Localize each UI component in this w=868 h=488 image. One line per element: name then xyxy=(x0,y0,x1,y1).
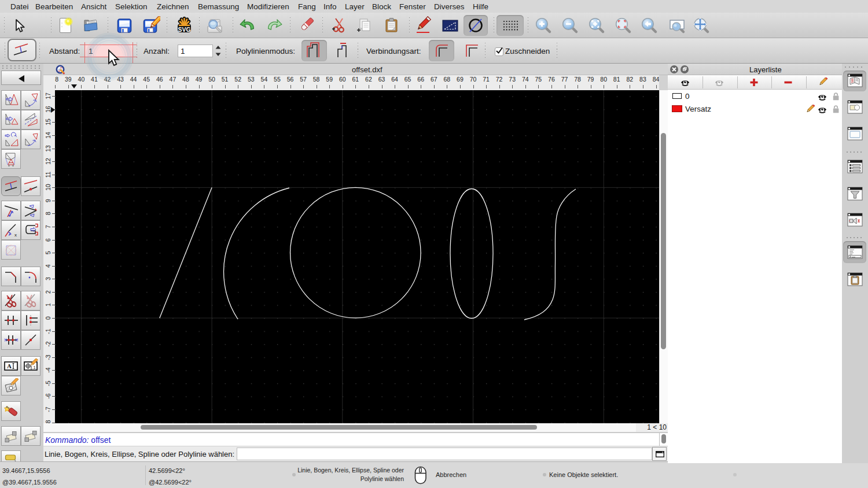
svg-text:x: x xyxy=(14,232,17,238)
svg-text:.1: .1 xyxy=(32,365,36,370)
svg-text:SVG: SVG xyxy=(178,26,190,33)
svg-text:A: A xyxy=(7,363,12,369)
